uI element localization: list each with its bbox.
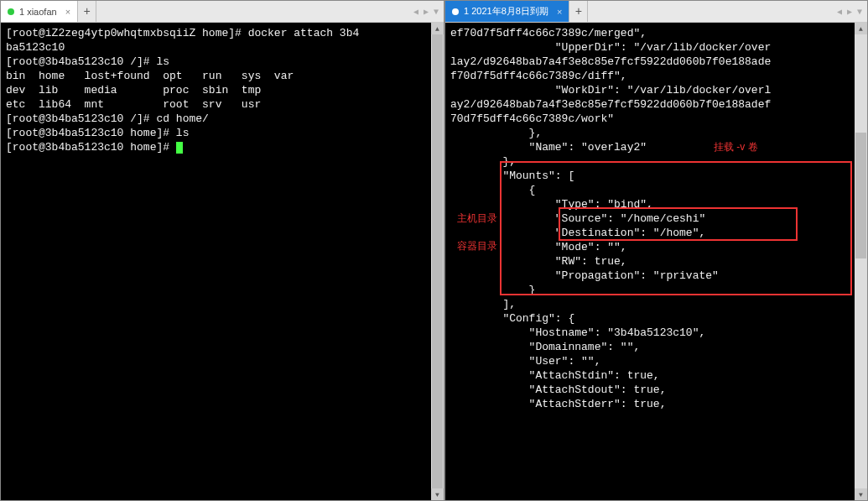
- status-dot-icon: [452, 8, 459, 15]
- terminal-content: [root@iZ2zeg4ytp0whqtmxbsqiiZ home]# doc…: [6, 26, 439, 154]
- scroll-down-icon[interactable]: ▼: [855, 488, 867, 500]
- tab-nav-arrows[interactable]: ◀ ▶ ▼: [832, 1, 867, 22]
- cursor: [176, 142, 183, 154]
- tab-nav-arrows[interactable]: ◀ ▶ ▼: [408, 1, 444, 22]
- scrollbar[interactable]: ▲ ▼: [855, 23, 867, 500]
- scroll-up-icon[interactable]: ▲: [431, 23, 444, 34]
- close-icon[interactable]: ×: [557, 7, 562, 17]
- tab-expiry[interactable]: 1 2021年8月8日到期 ×: [445, 1, 569, 22]
- left-tabbar: 1 xiaofan × + ◀ ▶ ▼: [1, 1, 444, 23]
- scroll-track[interactable]: [855, 34, 867, 488]
- scroll-thumb[interactable]: [855, 133, 866, 258]
- scroll-down-icon[interactable]: ▼: [431, 488, 444, 500]
- add-tab-button[interactable]: +: [78, 1, 96, 22]
- left-terminal[interactable]: [root@iZ2zeg4ytp0whqtmxbsqiiZ home]# doc…: [1, 23, 444, 500]
- tab-label: 1 2021年8月8日到期: [464, 5, 548, 18]
- right-terminal[interactable]: ef70d7f5dff4c66c7389c/merged", "UpperDir…: [445, 23, 867, 500]
- right-pane: 1 2021年8月8日到期 × + ◀ ▶ ▼ ef70d7f5dff4c66c…: [444, 0, 868, 501]
- scroll-thumb[interactable]: [432, 34, 443, 488]
- right-tabbar: 1 2021年8月8日到期 × + ◀ ▶ ▼: [445, 1, 867, 23]
- close-icon[interactable]: ×: [65, 7, 70, 17]
- scroll-track[interactable]: [431, 34, 444, 488]
- tab-label: 1 xiaofan: [19, 7, 57, 17]
- left-pane: 1 xiaofan × + ◀ ▶ ▼ [root@iZ2zeg4ytp0whq…: [0, 0, 444, 501]
- status-dot-icon: [8, 8, 14, 15]
- scroll-up-icon[interactable]: ▲: [855, 23, 867, 34]
- tab-xiaofan[interactable]: 1 xiaofan ×: [1, 1, 78, 22]
- terminal-content: ef70d7f5dff4c66c7389c/merged", "UpperDir…: [450, 26, 862, 411]
- add-tab-button[interactable]: +: [569, 1, 588, 22]
- scrollbar[interactable]: ▲ ▼: [431, 23, 444, 500]
